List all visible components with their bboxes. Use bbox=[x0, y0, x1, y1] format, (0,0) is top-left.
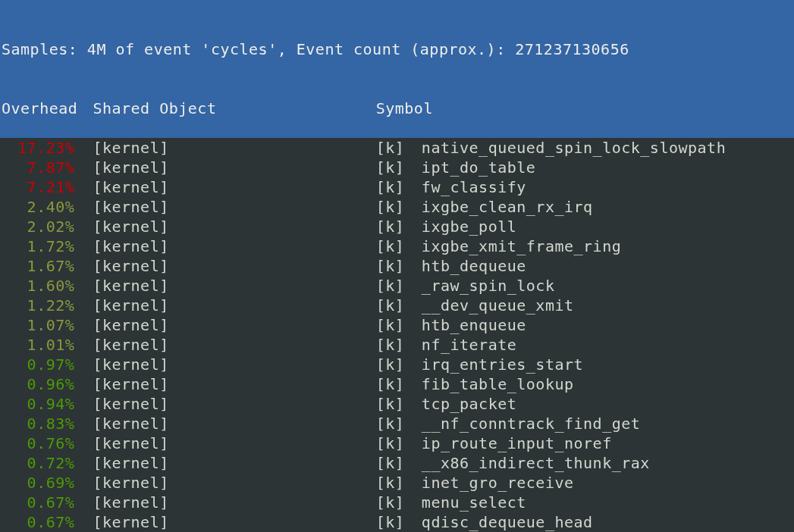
perf-row[interactable]: 0.69%[kernel][k] inet_gro_receive bbox=[2, 473, 792, 493]
symbol-name: ixgbe_xmit_frame_ring bbox=[422, 236, 621, 256]
perf-row[interactable]: 1.72%[kernel][k] ixgbe_xmit_frame_ring bbox=[2, 236, 792, 256]
symbol-name: fib_table_lookup bbox=[422, 374, 574, 394]
shared-object: [kernel] bbox=[74, 236, 375, 256]
overhead-value: 2.40% bbox=[2, 197, 74, 217]
symbol-tag: [k] bbox=[376, 177, 403, 197]
perf-row[interactable]: 0.96%[kernel][k] fib_table_lookup bbox=[2, 374, 792, 394]
perf-row[interactable]: 1.22%[kernel][k] __dev_queue_xmit bbox=[2, 296, 792, 315]
gap bbox=[403, 433, 422, 453]
symbol-name: __x86_indirect_thunk_rax bbox=[422, 453, 650, 473]
symbol-name: ixgbe_poll bbox=[422, 217, 516, 236]
perf-row[interactable]: 0.76%[kernel][k] ip_route_input_noref bbox=[2, 433, 792, 453]
gap bbox=[403, 355, 422, 374]
overhead-value: 1.22% bbox=[2, 296, 74, 315]
overhead-value: 1.60% bbox=[2, 276, 74, 296]
overhead-value: 0.83% bbox=[2, 414, 74, 433]
symbol-name: __dev_queue_xmit bbox=[422, 296, 574, 315]
perf-report-rows[interactable]: 17.23%[kernel][k] native_queued_spin_loc… bbox=[0, 138, 794, 532]
symbol-name: menu_select bbox=[422, 493, 526, 512]
symbol-name: fw_classify bbox=[422, 177, 526, 197]
symbol-tag: [k] bbox=[376, 158, 403, 177]
perf-row[interactable]: 1.60%[kernel][k] _raw_spin_lock bbox=[2, 276, 792, 296]
gap bbox=[403, 296, 422, 315]
gap bbox=[403, 197, 422, 217]
shared-object: [kernel] bbox=[74, 158, 375, 177]
shared-object: [kernel] bbox=[74, 453, 375, 473]
shared-object: [kernel] bbox=[74, 177, 375, 197]
gap bbox=[403, 138, 422, 158]
overhead-value: 17.23% bbox=[2, 138, 74, 158]
symbol-name: ip_route_input_noref bbox=[422, 433, 612, 453]
symbol-tag: [k] bbox=[376, 473, 403, 493]
overhead-value: 0.76% bbox=[2, 433, 74, 453]
perf-row[interactable]: 0.67%[kernel][k] menu_select bbox=[2, 493, 792, 512]
overhead-value: 1.72% bbox=[2, 236, 74, 256]
perf-row[interactable]: 2.02%[kernel][k] ixgbe_poll bbox=[2, 217, 792, 236]
symbol-tag: [k] bbox=[376, 414, 403, 433]
symbol-tag: [k] bbox=[376, 394, 403, 414]
gap bbox=[403, 374, 422, 394]
perf-row[interactable]: 0.94%[kernel][k] tcp_packet bbox=[2, 394, 792, 414]
shared-object: [kernel] bbox=[74, 138, 375, 158]
overhead-value: 0.67% bbox=[2, 493, 74, 512]
symbol-tag: [k] bbox=[376, 355, 403, 374]
symbol-tag: [k] bbox=[376, 453, 403, 473]
perf-row[interactable]: 1.01%[kernel][k] nf_iterate bbox=[2, 335, 792, 355]
symbol-tag: [k] bbox=[376, 296, 403, 315]
perf-row[interactable]: 17.23%[kernel][k] native_queued_spin_loc… bbox=[2, 138, 792, 158]
overhead-value: 0.94% bbox=[2, 394, 74, 414]
shared-object: [kernel] bbox=[74, 374, 375, 394]
symbol-tag: [k] bbox=[376, 197, 403, 217]
gap bbox=[403, 158, 422, 177]
perf-row[interactable]: 1.07%[kernel][k] htb_enqueue bbox=[2, 315, 792, 335]
gap bbox=[403, 473, 422, 493]
symbol-name: _raw_spin_lock bbox=[422, 276, 555, 296]
overhead-value: 7.21% bbox=[2, 177, 74, 197]
symbol-tag: [k] bbox=[376, 315, 403, 335]
shared-object: [kernel] bbox=[74, 217, 375, 236]
samples-header: Samples: 4M of event 'cycles', Event cou… bbox=[0, 0, 794, 138]
symbol-name: ixgbe_clean_rx_irq bbox=[422, 197, 593, 217]
gap bbox=[403, 236, 422, 256]
shared-object: [kernel] bbox=[74, 276, 375, 296]
symbol-tag: [k] bbox=[376, 217, 403, 236]
perf-row[interactable]: 1.67%[kernel][k] htb_dequeue bbox=[2, 256, 792, 276]
symbol-tag: [k] bbox=[376, 493, 403, 512]
perf-row[interactable]: 7.21%[kernel][k] fw_classify bbox=[2, 177, 792, 197]
shared-object: [kernel] bbox=[74, 296, 375, 315]
symbol-tag: [k] bbox=[376, 374, 403, 394]
symbol-tag: [k] bbox=[376, 335, 403, 355]
overhead-value: 1.01% bbox=[2, 335, 74, 355]
overhead-value: 0.96% bbox=[2, 374, 74, 394]
perf-row[interactable]: 0.67%[kernel][k] qdisc_dequeue_head bbox=[2, 512, 792, 532]
shared-object: [kernel] bbox=[74, 473, 375, 493]
col-symbol: Symbol bbox=[376, 99, 433, 117]
overhead-value: 2.02% bbox=[2, 217, 74, 236]
gap bbox=[403, 177, 422, 197]
gap bbox=[403, 217, 422, 236]
symbol-name: htb_dequeue bbox=[422, 256, 526, 276]
perf-row[interactable]: 7.87%[kernel][k] ipt_do_table bbox=[2, 158, 792, 177]
perf-row[interactable]: 0.72%[kernel][k] __x86_indirect_thunk_ra… bbox=[2, 453, 792, 473]
symbol-name: native_queued_spin_lock_slowpath bbox=[422, 138, 726, 158]
gap bbox=[403, 493, 422, 512]
shared-object: [kernel] bbox=[74, 355, 375, 374]
perf-row[interactable]: 2.40%[kernel][k] ixgbe_clean_rx_irq bbox=[2, 197, 792, 217]
gap bbox=[403, 335, 422, 355]
symbol-tag: [k] bbox=[376, 433, 403, 453]
symbol-tag: [k] bbox=[376, 512, 403, 532]
overhead-value: 0.72% bbox=[2, 453, 74, 473]
symbol-name: htb_enqueue bbox=[422, 315, 526, 335]
gap bbox=[403, 414, 422, 433]
symbol-tag: [k] bbox=[376, 276, 403, 296]
gap bbox=[403, 453, 422, 473]
perf-row[interactable]: 0.97%[kernel][k] irq_entries_start bbox=[2, 355, 792, 374]
shared-object: [kernel] bbox=[74, 414, 375, 433]
perf-row[interactable]: 0.83%[kernel][k] __nf_conntrack_find_get bbox=[2, 414, 792, 433]
shared-object: [kernel] bbox=[74, 433, 375, 453]
overhead-value: 0.67% bbox=[2, 512, 74, 532]
symbol-tag: [k] bbox=[376, 138, 403, 158]
symbol-name: inet_gro_receive bbox=[422, 473, 574, 493]
shared-object: [kernel] bbox=[74, 256, 375, 276]
overhead-value: 0.97% bbox=[2, 355, 74, 374]
